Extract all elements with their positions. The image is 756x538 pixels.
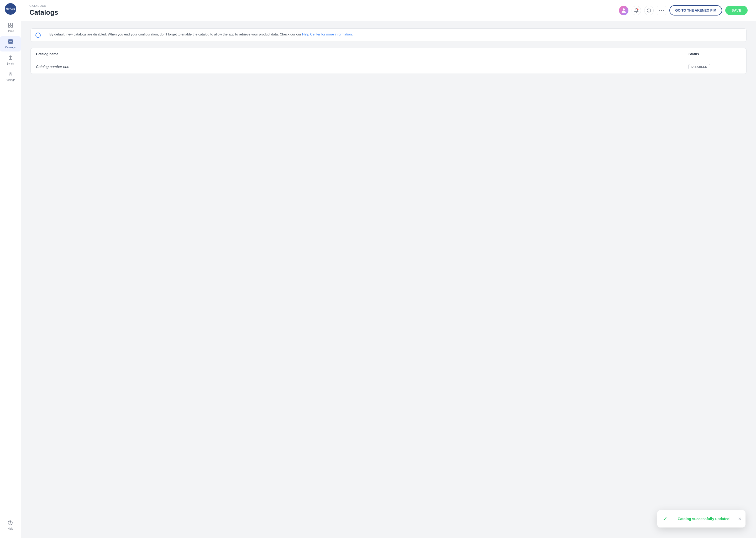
app-logo[interactable]: MyApp bbox=[5, 3, 16, 15]
page-title: Catalogs bbox=[29, 8, 58, 17]
help-center-link[interactable]: Help Center for more information. bbox=[302, 32, 353, 36]
toast-check-icon: ✓ bbox=[657, 510, 673, 527]
go-to-akeneo-button[interactable]: GO TO THE AKENEO PIM bbox=[669, 5, 722, 16]
svg-point-10 bbox=[623, 8, 625, 11]
page-content: i By default, new catalogs are disabled.… bbox=[21, 21, 756, 538]
avatar-inner bbox=[619, 6, 629, 15]
svg-point-16 bbox=[661, 10, 662, 11]
sidebar: MyApp Home Catalogs bbox=[0, 0, 21, 538]
svg-point-7 bbox=[10, 73, 11, 75]
svg-rect-4 bbox=[8, 40, 13, 40]
save-button[interactable]: SAVE bbox=[725, 6, 748, 15]
help-icon bbox=[8, 520, 13, 526]
table-header: Catalog name Status bbox=[31, 48, 746, 60]
sidebar-item-help-label: Help bbox=[8, 527, 13, 530]
sidebar-item-home[interactable]: Home bbox=[0, 20, 21, 35]
more-options-button[interactable] bbox=[657, 6, 666, 15]
svg-rect-6 bbox=[8, 42, 13, 43]
column-header-name: Catalog name bbox=[36, 52, 688, 56]
sidebar-item-synch[interactable]: Synch bbox=[0, 53, 21, 68]
toast-notification: ✓ Catalog successfully updated ✕ bbox=[657, 510, 745, 527]
sidebar-item-catalogs-label: Catalogs bbox=[5, 46, 16, 49]
toast-message: Catalog successfully updated bbox=[673, 511, 734, 526]
toast-close-button[interactable]: ✕ bbox=[734, 511, 745, 527]
header-left: CATALOGS Catalogs bbox=[29, 4, 58, 17]
info-text: By default, new catalogs are disabled. W… bbox=[49, 32, 353, 36]
svg-rect-3 bbox=[11, 26, 13, 27]
svg-point-9 bbox=[10, 524, 11, 524]
svg-rect-2 bbox=[8, 26, 10, 27]
status-badge: DISABLED bbox=[688, 64, 710, 69]
alerts-button[interactable] bbox=[644, 6, 654, 15]
user-avatar[interactable] bbox=[619, 6, 629, 15]
sidebar-item-home-label: Home bbox=[7, 30, 14, 32]
svg-point-11 bbox=[637, 8, 638, 10]
sidebar-bottom: Help bbox=[6, 517, 15, 535]
table-row: Catalog number one DISABLED bbox=[31, 60, 746, 74]
sidebar-nav: Home Catalogs Synch bbox=[0, 20, 21, 517]
synch-icon bbox=[8, 55, 13, 61]
page-header: CATALOGS Catalogs bbox=[21, 0, 756, 21]
header-right: GO TO THE AKENEO PIM SAVE bbox=[619, 5, 748, 16]
catalog-status-cell: DISABLED bbox=[688, 64, 741, 69]
svg-rect-5 bbox=[8, 41, 13, 42]
sidebar-item-settings-label: Settings bbox=[6, 79, 15, 81]
column-header-status: Status bbox=[688, 52, 741, 56]
breadcrumb: CATALOGS bbox=[29, 4, 58, 7]
info-icon: i bbox=[35, 32, 41, 38]
svg-rect-1 bbox=[11, 23, 13, 25]
svg-point-14 bbox=[649, 11, 649, 11]
svg-rect-0 bbox=[8, 23, 10, 25]
catalog-table: Catalog name Status Catalog number one D… bbox=[30, 48, 746, 74]
sidebar-item-synch-label: Synch bbox=[7, 62, 14, 65]
svg-point-15 bbox=[659, 10, 660, 11]
notifications-bell-button[interactable] bbox=[632, 6, 641, 15]
sidebar-item-settings[interactable]: Settings bbox=[0, 69, 21, 84]
settings-icon bbox=[8, 72, 13, 78]
catalogs-icon bbox=[8, 39, 13, 45]
catalog-name-cell[interactable]: Catalog number one bbox=[36, 65, 688, 69]
info-banner: i By default, new catalogs are disabled.… bbox=[30, 28, 746, 42]
main-content: CATALOGS Catalogs bbox=[21, 0, 756, 538]
svg-point-17 bbox=[663, 10, 664, 11]
home-icon bbox=[8, 23, 13, 28]
sidebar-item-help[interactable]: Help bbox=[6, 517, 15, 533]
sidebar-item-catalogs[interactable]: Catalogs bbox=[0, 36, 21, 51]
